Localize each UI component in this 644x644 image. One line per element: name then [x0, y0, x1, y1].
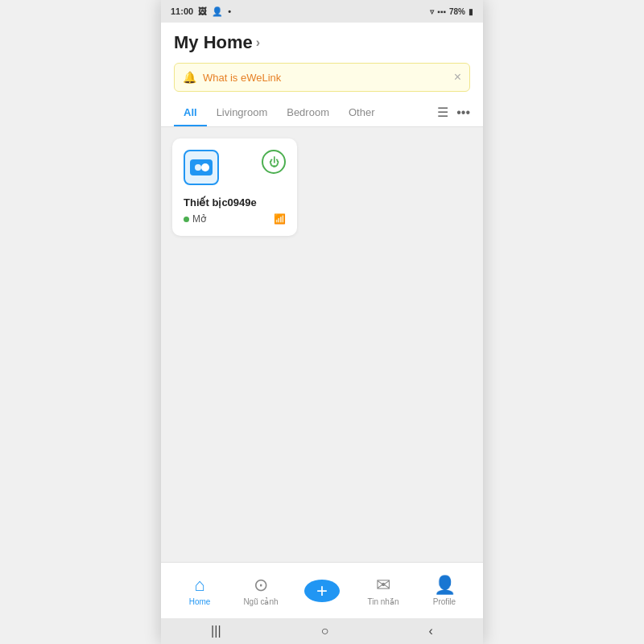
recents-button[interactable]: ‹: [429, 624, 433, 638]
power-icon: ⏻: [269, 156, 279, 168]
bottom-nav: ⌂ Home ⊙ Ngũ cảnh + ✉ Tin nhắn 👤 Profile: [161, 562, 483, 618]
nav-home[interactable]: ⌂ Home: [169, 575, 230, 606]
device-status-row: Mở 📶: [184, 213, 286, 225]
device-icon-box: [184, 150, 219, 185]
header: My Home ›: [161, 23, 483, 60]
device-wifi-icon: 📶: [274, 213, 286, 225]
phone-frame: 11:00 🖼 👤 • ▿ ▪▪▪ 78% ▮ My Home › 🔔 What…: [161, 0, 483, 644]
more-options-icon[interactable]: •••: [456, 105, 470, 120]
nav-profile-label: Profile: [433, 597, 456, 606]
profile-icon: 👤: [434, 575, 456, 596]
signal-icon: ▪▪▪: [437, 7, 446, 16]
status-bar: 11:00 🖼 👤 • ▿ ▪▪▪ 78% ▮: [161, 0, 483, 23]
nav-messages-label: Tin nhắn: [368, 597, 399, 606]
nav-profile[interactable]: 👤 Profile: [414, 575, 475, 606]
tab-livingroom[interactable]: Livingroom: [207, 98, 278, 126]
nav-home-label: Home: [189, 597, 211, 606]
status-label: Mở: [192, 213, 206, 225]
wifi-status-icon: ▿: [430, 7, 434, 16]
device-grid: ⏻ Thiết bịc0949e Mở 📶: [161, 127, 483, 562]
tab-bedroom[interactable]: Bedroom: [277, 98, 339, 126]
notice-banner: 🔔 What is eWeLink ×: [174, 63, 470, 92]
system-nav: ||| ○ ‹: [161, 618, 483, 644]
facebook-icon: 👤: [212, 6, 223, 17]
device-card[interactable]: ⏻ Thiết bịc0949e Mở 📶: [172, 138, 297, 236]
power-button[interactable]: ⏻: [262, 150, 286, 174]
add-icon: +: [316, 580, 328, 602]
back-button[interactable]: |||: [211, 624, 221, 638]
nav-scenes-label: Ngũ cảnh: [243, 597, 278, 606]
tab-all[interactable]: All: [174, 98, 207, 126]
messages-icon: ✉: [376, 575, 390, 596]
page-title: My Home: [174, 32, 253, 53]
gallery-icon: 🖼: [198, 6, 207, 16]
time-display: 11:00: [171, 6, 193, 16]
home-button[interactable]: ○: [321, 624, 329, 638]
card-top: ⏻: [184, 150, 286, 185]
chevron-icon[interactable]: ›: [256, 35, 260, 50]
notice-close-button[interactable]: ×: [454, 70, 461, 85]
nav-scenes[interactable]: ⊙ Ngũ cảnh: [230, 575, 291, 606]
notice-bell-icon: 🔔: [183, 71, 196, 84]
nav-messages[interactable]: ✉ Tin nhắn: [353, 575, 414, 606]
battery-icon: ▮: [469, 7, 473, 16]
nav-add-container: +: [291, 580, 353, 602]
device-name: Thiết bịc0949e: [184, 196, 286, 208]
add-button[interactable]: +: [304, 580, 340, 602]
status-indicator: Mở: [184, 213, 206, 225]
scenes-icon: ⊙: [254, 575, 268, 596]
tab-other[interactable]: Other: [339, 98, 385, 126]
dot-indicator: •: [228, 6, 231, 16]
device-icon: [190, 159, 213, 175]
status-dot: [184, 217, 189, 222]
battery-display: 78%: [449, 7, 465, 16]
notice-text[interactable]: What is eWeLink: [203, 72, 281, 84]
tabs-container: All Livingroom Bedroom Other ☰ •••: [161, 98, 483, 127]
list-view-icon[interactable]: ☰: [437, 105, 448, 120]
home-icon: ⌂: [194, 575, 204, 596]
